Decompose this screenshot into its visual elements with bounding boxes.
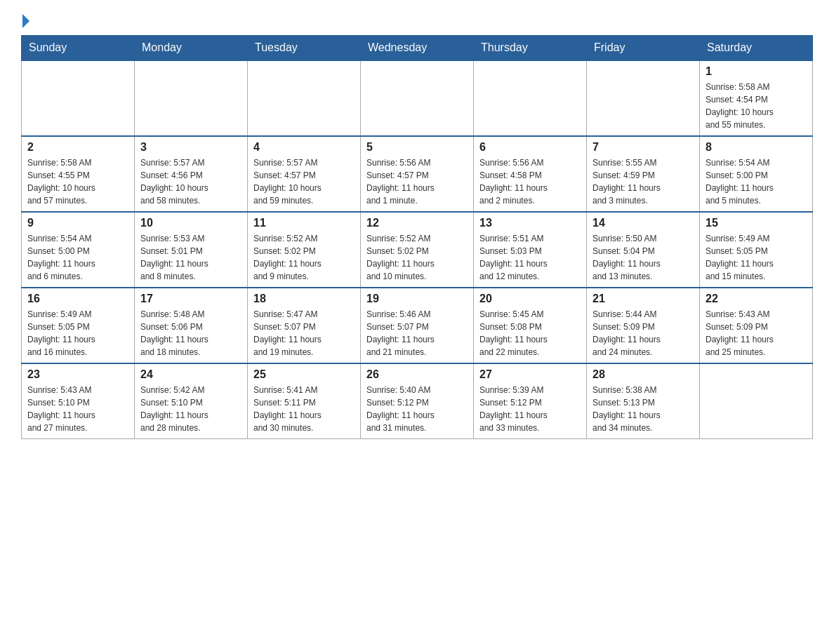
calendar-cell: 14Sunrise: 5:50 AM Sunset: 5:04 PM Dayli… — [587, 212, 700, 288]
calendar-cell: 8Sunrise: 5:54 AM Sunset: 5:00 PM Daylig… — [700, 136, 813, 212]
calendar-cell: 4Sunrise: 5:57 AM Sunset: 4:57 PM Daylig… — [248, 136, 361, 212]
calendar-cell — [587, 60, 700, 136]
weekday-header-friday: Friday — [587, 36, 700, 61]
calendar-cell: 21Sunrise: 5:44 AM Sunset: 5:09 PM Dayli… — [587, 288, 700, 363]
calendar-week-3: 9Sunrise: 5:54 AM Sunset: 5:00 PM Daylig… — [22, 212, 813, 288]
weekday-header-thursday: Thursday — [474, 36, 587, 61]
calendar-cell: 17Sunrise: 5:48 AM Sunset: 5:06 PM Dayli… — [135, 288, 248, 363]
day-number: 10 — [140, 217, 241, 229]
day-number: 8 — [706, 141, 807, 154]
day-info: Sunrise: 5:38 AM Sunset: 5:13 PM Dayligh… — [593, 384, 694, 434]
calendar-table: SundayMondayTuesdayWednesdayThursdayFrid… — [21, 35, 813, 439]
day-number: 16 — [27, 293, 128, 305]
calendar-cell: 20Sunrise: 5:45 AM Sunset: 5:08 PM Dayli… — [474, 288, 587, 363]
day-number: 1 — [706, 65, 807, 78]
page-header — [21, 14, 813, 28]
day-info: Sunrise: 5:53 AM Sunset: 5:01 PM Dayligh… — [140, 232, 241, 283]
day-number: 22 — [706, 293, 807, 305]
day-info: Sunrise: 5:42 AM Sunset: 5:10 PM Dayligh… — [140, 384, 241, 434]
weekday-header-wednesday: Wednesday — [361, 36, 474, 61]
day-number: 4 — [253, 141, 355, 154]
calendar-cell: 24Sunrise: 5:42 AM Sunset: 5:10 PM Dayli… — [135, 363, 248, 439]
day-number: 12 — [366, 217, 468, 229]
calendar-cell: 22Sunrise: 5:43 AM Sunset: 5:09 PM Dayli… — [700, 288, 813, 363]
calendar-cell: 27Sunrise: 5:39 AM Sunset: 5:12 PM Dayli… — [474, 363, 587, 439]
day-info: Sunrise: 5:56 AM Sunset: 4:58 PM Dayligh… — [479, 156, 581, 207]
calendar-cell: 18Sunrise: 5:47 AM Sunset: 5:07 PM Dayli… — [248, 288, 361, 363]
day-number: 15 — [706, 217, 807, 229]
day-info: Sunrise: 5:58 AM Sunset: 4:54 PM Dayligh… — [706, 81, 807, 131]
day-info: Sunrise: 5:54 AM Sunset: 5:00 PM Dayligh… — [706, 156, 807, 207]
day-number: 21 — [593, 293, 694, 305]
day-number: 23 — [27, 368, 128, 381]
day-info: Sunrise: 5:44 AM Sunset: 5:09 PM Dayligh… — [593, 308, 694, 358]
calendar-cell: 7Sunrise: 5:55 AM Sunset: 4:59 PM Daylig… — [587, 136, 700, 212]
calendar-cell: 23Sunrise: 5:43 AM Sunset: 5:10 PM Dayli… — [22, 363, 135, 439]
day-number: 2 — [27, 141, 128, 154]
calendar-body: 1Sunrise: 5:58 AM Sunset: 4:54 PM Daylig… — [22, 60, 813, 439]
calendar-cell: 1Sunrise: 5:58 AM Sunset: 4:54 PM Daylig… — [700, 60, 813, 136]
day-info: Sunrise: 5:43 AM Sunset: 5:10 PM Dayligh… — [27, 384, 128, 434]
day-info: Sunrise: 5:57 AM Sunset: 4:57 PM Dayligh… — [253, 156, 355, 207]
day-number: 9 — [27, 217, 128, 229]
calendar-week-5: 23Sunrise: 5:43 AM Sunset: 5:10 PM Dayli… — [22, 363, 813, 439]
day-number: 25 — [253, 368, 355, 381]
calendar-cell: 13Sunrise: 5:51 AM Sunset: 5:03 PM Dayli… — [474, 212, 587, 288]
day-info: Sunrise: 5:54 AM Sunset: 5:00 PM Dayligh… — [27, 232, 128, 283]
calendar-cell — [700, 363, 813, 439]
logo — [21, 14, 29, 28]
day-info: Sunrise: 5:55 AM Sunset: 4:59 PM Dayligh… — [593, 156, 694, 207]
day-number: 26 — [366, 368, 468, 381]
day-number: 17 — [140, 293, 241, 305]
calendar-cell: 2Sunrise: 5:58 AM Sunset: 4:55 PM Daylig… — [22, 136, 135, 212]
calendar-week-2: 2Sunrise: 5:58 AM Sunset: 4:55 PM Daylig… — [22, 136, 813, 212]
day-number: 6 — [479, 141, 581, 154]
day-number: 11 — [253, 217, 355, 229]
calendar-cell: 28Sunrise: 5:38 AM Sunset: 5:13 PM Dayli… — [587, 363, 700, 439]
calendar-cell — [135, 60, 248, 136]
day-info: Sunrise: 5:43 AM Sunset: 5:09 PM Dayligh… — [706, 308, 807, 358]
day-number: 20 — [479, 293, 581, 305]
calendar-header: SundayMondayTuesdayWednesdayThursdayFrid… — [22, 36, 813, 61]
calendar-cell — [361, 60, 474, 136]
weekday-header-sunday: Sunday — [22, 36, 135, 61]
day-info: Sunrise: 5:39 AM Sunset: 5:12 PM Dayligh… — [479, 384, 581, 434]
day-number: 27 — [479, 368, 581, 381]
day-info: Sunrise: 5:50 AM Sunset: 5:04 PM Dayligh… — [593, 232, 694, 283]
day-number: 7 — [593, 141, 694, 154]
calendar-cell: 19Sunrise: 5:46 AM Sunset: 5:07 PM Dayli… — [361, 288, 474, 363]
day-info: Sunrise: 5:46 AM Sunset: 5:07 PM Dayligh… — [366, 308, 468, 358]
day-info: Sunrise: 5:49 AM Sunset: 5:05 PM Dayligh… — [706, 232, 807, 283]
calendar-week-4: 16Sunrise: 5:49 AM Sunset: 5:05 PM Dayli… — [22, 288, 813, 363]
day-info: Sunrise: 5:45 AM Sunset: 5:08 PM Dayligh… — [479, 308, 581, 358]
day-info: Sunrise: 5:52 AM Sunset: 5:02 PM Dayligh… — [253, 232, 355, 283]
day-number: 14 — [593, 217, 694, 229]
calendar-cell — [474, 60, 587, 136]
calendar-cell — [22, 60, 135, 136]
day-number: 3 — [140, 141, 241, 154]
calendar-cell: 25Sunrise: 5:41 AM Sunset: 5:11 PM Dayli… — [248, 363, 361, 439]
weekday-header-tuesday: Tuesday — [248, 36, 361, 61]
day-info: Sunrise: 5:49 AM Sunset: 5:05 PM Dayligh… — [27, 308, 128, 358]
calendar-cell: 6Sunrise: 5:56 AM Sunset: 4:58 PM Daylig… — [474, 136, 587, 212]
calendar-cell: 5Sunrise: 5:56 AM Sunset: 4:57 PM Daylig… — [361, 136, 474, 212]
calendar-cell: 15Sunrise: 5:49 AM Sunset: 5:05 PM Dayli… — [700, 212, 813, 288]
day-info: Sunrise: 5:56 AM Sunset: 4:57 PM Dayligh… — [366, 156, 468, 207]
calendar-cell: 9Sunrise: 5:54 AM Sunset: 5:00 PM Daylig… — [22, 212, 135, 288]
day-number: 28 — [593, 368, 694, 381]
day-number: 5 — [366, 141, 468, 154]
day-info: Sunrise: 5:52 AM Sunset: 5:02 PM Dayligh… — [366, 232, 468, 283]
day-number: 24 — [140, 368, 241, 381]
day-info: Sunrise: 5:48 AM Sunset: 5:06 PM Dayligh… — [140, 308, 241, 358]
weekday-header-row: SundayMondayTuesdayWednesdayThursdayFrid… — [22, 36, 813, 61]
calendar-cell: 3Sunrise: 5:57 AM Sunset: 4:56 PM Daylig… — [135, 136, 248, 212]
day-info: Sunrise: 5:51 AM Sunset: 5:03 PM Dayligh… — [479, 232, 581, 283]
calendar-cell: 12Sunrise: 5:52 AM Sunset: 5:02 PM Dayli… — [361, 212, 474, 288]
day-info: Sunrise: 5:57 AM Sunset: 4:56 PM Dayligh… — [140, 156, 241, 207]
day-info: Sunrise: 5:41 AM Sunset: 5:11 PM Dayligh… — [253, 384, 355, 434]
calendar-cell: 16Sunrise: 5:49 AM Sunset: 5:05 PM Dayli… — [22, 288, 135, 363]
day-number: 13 — [479, 217, 581, 229]
calendar-week-1: 1Sunrise: 5:58 AM Sunset: 4:54 PM Daylig… — [22, 60, 813, 136]
day-info: Sunrise: 5:40 AM Sunset: 5:12 PM Dayligh… — [366, 384, 468, 434]
logo-arrow-icon — [22, 14, 29, 28]
